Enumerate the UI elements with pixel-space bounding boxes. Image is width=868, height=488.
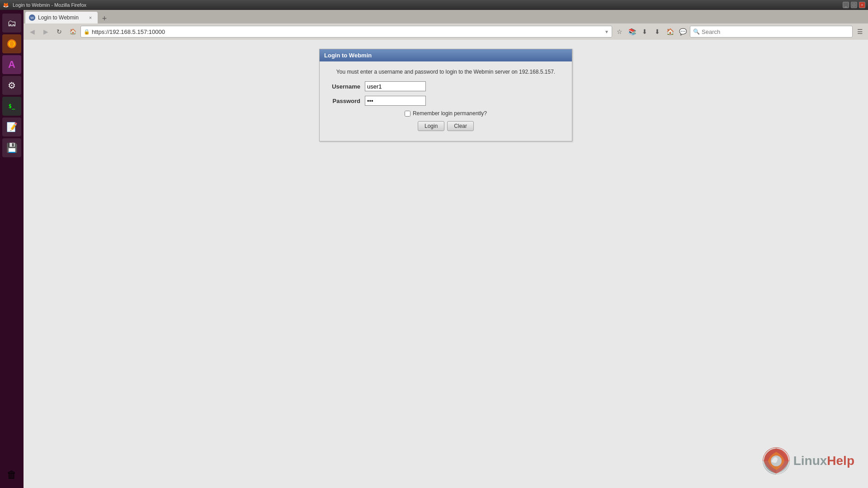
buttons-row: Login Clear [329,121,563,134]
browser-window: W Login to Webmin × + ◀ ▶ ↻ 🏠 🔒 ▼ ☆ 📚 ⬇ … [24,10,868,488]
lock-icon: 🔒 [84,29,90,35]
titlebar-left: 🦊 Login to Webmin - Mozilla Firefox [3,2,86,8]
home-button[interactable]: 🏠 [67,26,79,38]
bookmark-button[interactable]: ☆ [614,26,625,37]
tab-close-button[interactable]: × [87,14,94,21]
pocket-button[interactable]: ⬇ [639,26,650,37]
titlebar-controls: _ □ × [843,2,865,8]
login-panel-title: Login to Webmin [324,52,372,59]
close-button[interactable]: × [859,2,865,8]
address-bar-container: 🔒 ▼ [80,26,612,38]
login-panel: Login to Webmin You must enter a usernam… [319,49,572,141]
password-input[interactable] [365,96,426,106]
login-button[interactable]: Login [418,121,444,131]
titlebar: 🦊 Login to Webmin - Mozilla Firefox _ □ … [0,0,868,10]
address-dropdown-button[interactable]: ▼ [604,29,609,34]
new-tab-button[interactable]: + [99,14,110,23]
files-icon[interactable]: 🗂 [2,14,21,33]
settings-icon[interactable]: ⚙ [2,76,21,95]
tab-favicon: W [29,14,35,21]
clear-button[interactable]: Clear [447,121,474,131]
software-center-icon[interactable]: A [2,55,21,74]
login-description: You must enter a username and password t… [329,69,563,75]
bookmark-manager-button[interactable]: 📚 [627,26,637,37]
menu-button[interactable]: ☰ [854,26,865,37]
watermark-text: LinuxHelp [793,454,854,468]
titlebar-icon: 🦊 [3,2,9,8]
remember-label: Remember login permanently? [413,110,487,117]
browser-content: Login to Webmin You must enter a usernam… [24,40,868,488]
tab-label: Login to Webmin [38,14,84,21]
download-button[interactable]: ⬇ [652,26,663,37]
nav-bar: ◀ ▶ ↻ 🏠 🔒 ▼ ☆ 📚 ⬇ ⬇ 🏠 💬 🔍 ☰ [24,23,868,40]
taskbar: 🗂 A ⚙ $_ 📝 💾 🗑 [0,10,24,488]
synced-tabs-button[interactable]: 💬 [677,26,688,37]
remember-row: Remember login permanently? [329,110,563,117]
linuxhelp-watermark: LinuxHelp [763,447,854,474]
username-label: Username [329,83,365,90]
active-tab[interactable]: W Login to Webmin × [25,12,98,23]
back-button[interactable]: ◀ [26,26,38,38]
linuxhelp-logo [763,447,790,474]
reload-button[interactable]: ↻ [53,26,65,38]
firefox-icon[interactable] [2,34,21,53]
search-icon: 🔍 [693,28,700,35]
minimize-button[interactable]: _ [843,2,849,8]
trash-can-icon[interactable]: 🗑 [2,465,21,484]
watermark-help: Help [827,454,854,468]
login-panel-header: Login to Webmin [320,49,572,61]
password-row: Password [329,96,563,106]
remember-checkbox[interactable] [405,111,410,117]
terminal-icon[interactable]: $_ [2,97,21,116]
maximize-button[interactable]: □ [851,2,857,8]
username-row: Username [329,81,563,91]
titlebar-title: Login to Webmin - Mozilla Firefox [13,2,86,8]
text-editor-icon[interactable]: 📝 [2,117,21,136]
password-label: Password [329,98,365,104]
search-input[interactable] [702,28,849,35]
home-nav-button[interactable]: 🏠 [665,26,675,37]
search-bar-container: 🔍 [690,26,853,38]
tab-bar: W Login to Webmin × + [24,10,868,23]
username-input[interactable] [365,81,426,91]
forward-button[interactable]: ▶ [40,26,52,38]
login-panel-body: You must enter a username and password t… [320,61,572,141]
watermark-linux: Linux [793,454,827,468]
disks-icon[interactable]: 💾 [2,138,21,157]
address-bar[interactable] [92,28,603,35]
